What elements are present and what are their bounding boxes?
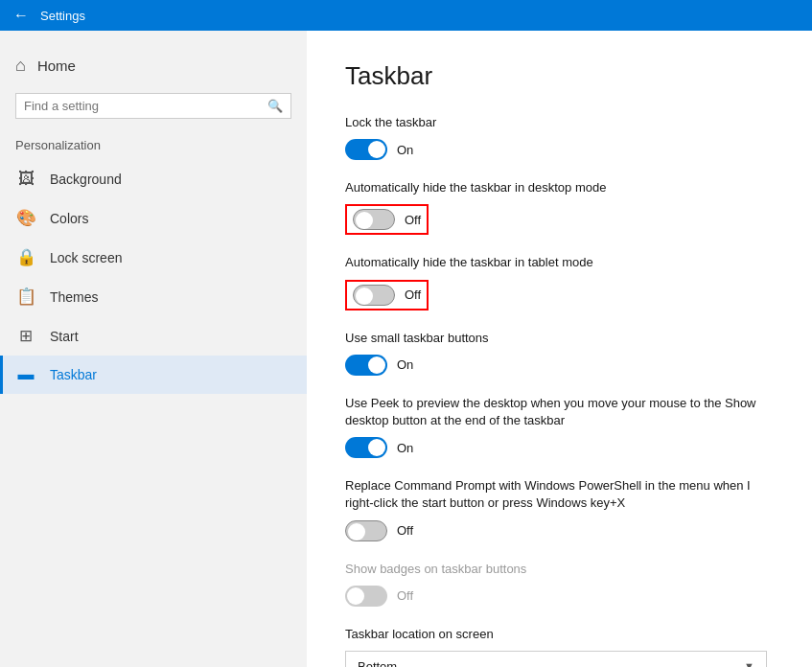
- title-bar: ← Settings: [0, 0, 812, 31]
- home-icon: ⌂: [15, 56, 26, 76]
- start-icon: ⊞: [15, 326, 36, 346]
- background-icon: 🖼: [15, 170, 36, 189]
- toggle-text-replace-cmd: Off: [397, 523, 413, 538]
- setting-lock-taskbar: Lock the taskbar On: [345, 114, 774, 160]
- section-label: Personalization: [0, 134, 307, 160]
- setting-label-small-buttons: Use small taskbar buttons: [345, 330, 774, 347]
- toggle-auto-hide-tablet[interactable]: [353, 285, 395, 306]
- sidebar-item-label: Themes: [50, 289, 99, 305]
- setting-auto-hide-tablet: Automatically hide the taskbar in tablet…: [345, 254, 774, 310]
- lock-screen-icon: 🔒: [15, 247, 36, 267]
- search-input[interactable]: [24, 99, 262, 113]
- setting-small-buttons: Use small taskbar buttons On: [345, 330, 774, 376]
- taskbar-location-label: Taskbar location on screen: [345, 626, 774, 643]
- toggle-text-peek-preview: On: [397, 441, 413, 455]
- toggle-text-auto-hide-tablet: Off: [405, 288, 421, 302]
- toggle-show-badges: [345, 586, 387, 607]
- dropdown-value: Bottom: [358, 659, 397, 667]
- sidebar-item-start[interactable]: ⊞ Start: [0, 316, 307, 356]
- setting-label-replace-cmd: Replace Command Prompt with Windows Powe…: [345, 477, 774, 512]
- taskbar-location-setting: Taskbar location on screen Bottom ▼: [345, 626, 774, 667]
- sidebar-item-taskbar[interactable]: ▬ Taskbar: [0, 356, 307, 394]
- sidebar-item-label: Background: [50, 172, 122, 187]
- toggle-text-lock-taskbar: On: [397, 143, 413, 157]
- setting-show-badges: Show badges on taskbar buttons Off: [345, 561, 774, 607]
- setting-label-auto-hide-tablet: Automatically hide the taskbar in tablet…: [345, 254, 774, 271]
- colors-icon: 🎨: [15, 208, 36, 228]
- taskbar-location-dropdown[interactable]: Bottom ▼: [345, 651, 767, 667]
- sidebar-item-background[interactable]: 🖼 Background: [0, 160, 307, 198]
- setting-label-lock-taskbar: Lock the taskbar: [345, 114, 774, 131]
- setting-label-auto-hide-desktop: Automatically hide the taskbar in deskto…: [345, 179, 774, 196]
- sidebar-home-button[interactable]: ⌂ Home: [0, 46, 307, 85]
- setting-auto-hide-desktop: Automatically hide the taskbar in deskto…: [345, 179, 774, 235]
- setting-label-show-badges: Show badges on taskbar buttons: [345, 561, 774, 578]
- content-area: Taskbar Lock the taskbar On Automaticall…: [307, 31, 812, 667]
- toggle-row-show-badges: Off: [345, 586, 774, 607]
- sidebar-home-label: Home: [37, 58, 76, 74]
- toggle-text-small-buttons: On: [397, 357, 413, 372]
- chevron-down-icon: ▼: [744, 660, 754, 667]
- toggle-lock-taskbar[interactable]: [345, 139, 387, 160]
- toggle-row-lock-taskbar: On: [345, 139, 774, 160]
- toggle-small-buttons[interactable]: [345, 355, 387, 376]
- sidebar-item-label: Taskbar: [50, 367, 97, 382]
- sidebar-item-colors[interactable]: 🎨 Colors: [0, 198, 307, 238]
- toggle-row-auto-hide-tablet: Off: [345, 280, 429, 310]
- title-bar-title: Settings: [40, 9, 85, 23]
- sidebar-item-themes[interactable]: 📋 Themes: [0, 277, 307, 316]
- toggle-auto-hide-desktop[interactable]: [353, 209, 395, 230]
- sidebar-item-label: Start: [50, 329, 79, 344]
- search-box[interactable]: 🔍: [15, 93, 291, 119]
- toggle-row-auto-hide-desktop: Off: [345, 204, 429, 235]
- page-title: Taskbar: [345, 61, 774, 91]
- search-icon: 🔍: [267, 99, 283, 113]
- toggle-text-show-badges: Off: [397, 588, 413, 603]
- setting-peek-preview: Use Peek to preview the desktop when you…: [345, 395, 774, 458]
- toggle-peek-preview[interactable]: [345, 437, 387, 458]
- setting-replace-cmd: Replace Command Prompt with Windows Powe…: [345, 477, 774, 540]
- sidebar-item-lock-screen[interactable]: 🔒 Lock screen: [0, 238, 307, 277]
- toggle-row-peek-preview: On: [345, 437, 774, 458]
- toggle-replace-cmd[interactable]: [345, 520, 387, 541]
- taskbar-icon: ▬: [15, 365, 36, 384]
- toggle-row-small-buttons: On: [345, 355, 774, 376]
- themes-icon: 📋: [15, 287, 36, 307]
- main-layout: ⌂ Home 🔍 Personalization 🖼 Background 🎨 …: [0, 31, 812, 667]
- back-button[interactable]: ←: [12, 7, 31, 24]
- sidebar-item-label: Lock screen: [50, 250, 122, 265]
- sidebar-item-label: Colors: [50, 211, 88, 226]
- toggle-text-auto-hide-desktop: Off: [405, 213, 421, 227]
- setting-label-peek-preview: Use Peek to preview the desktop when you…: [345, 395, 774, 429]
- sidebar: ⌂ Home 🔍 Personalization 🖼 Background 🎨 …: [0, 31, 307, 667]
- toggle-row-replace-cmd: Off: [345, 520, 774, 541]
